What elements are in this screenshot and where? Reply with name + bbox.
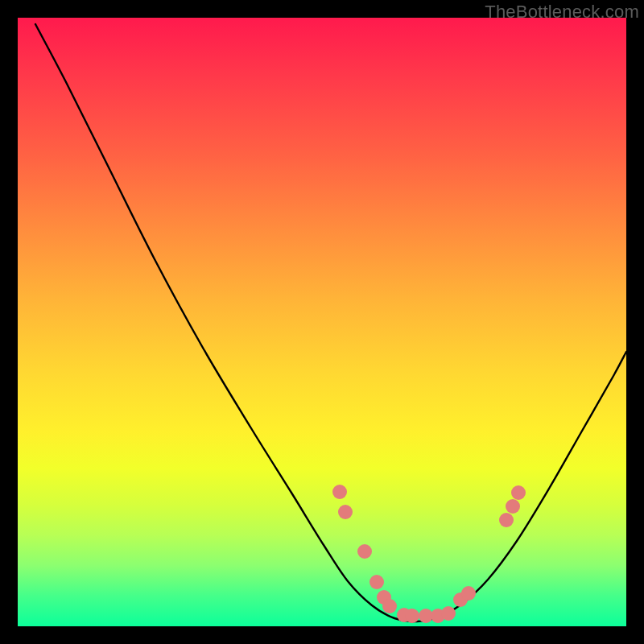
marker-point [382, 599, 397, 613]
marker-point [357, 544, 372, 559]
watermark-text: TheBottleneck.com [485, 2, 639, 23]
bottleneck-curve [35, 24, 626, 621]
marker-point [405, 609, 419, 623]
marker-point [369, 575, 384, 589]
chart-svg [18, 18, 626, 626]
marker-point [511, 485, 526, 500]
chart-plot-area [18, 18, 626, 626]
marker-point [332, 485, 347, 499]
marker-point [499, 513, 514, 527]
marker-point [338, 505, 353, 519]
marker-point [441, 606, 456, 621]
marker-point [506, 499, 520, 514]
highlight-markers [332, 485, 526, 623]
marker-point [461, 586, 476, 601]
